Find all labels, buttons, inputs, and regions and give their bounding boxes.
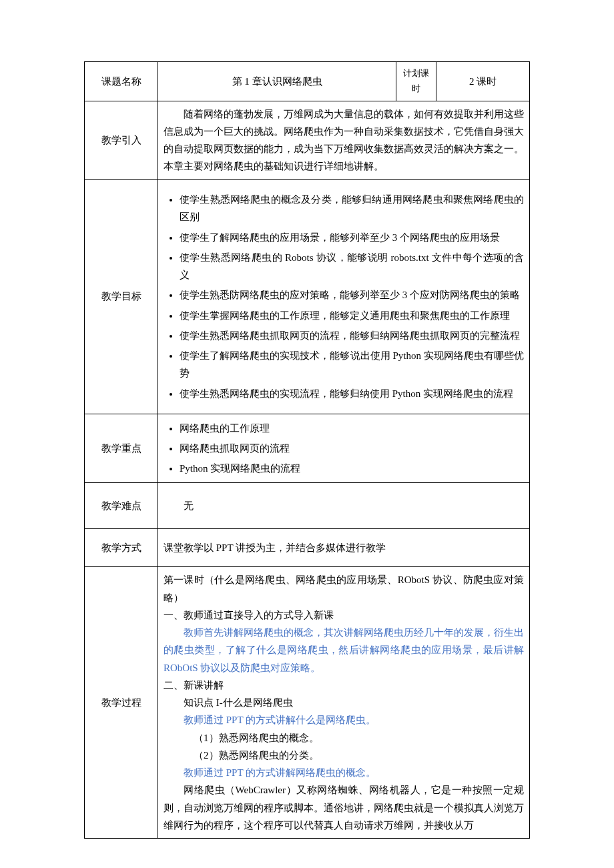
difficulty-label: 教学难点 [85,483,158,529]
list-item: 使学生熟悉网络爬虫的实现流程，能够归纳使用 Python 实现网络爬虫的流程 [180,384,524,404]
document-page: 课题名称 第 1 章认识网络爬虫 计划课时 2 课时 教学引入 随着网络的蓬勃发… [0,0,614,868]
key-content: 网络爬虫的工作原理 网络爬虫抓取网页的流程 Python 实现网络爬虫的流程 [158,414,530,483]
list-item: Python 实现网络爬虫的流程 [180,458,524,478]
goals-content: 使学生熟悉网络爬虫的概念及分类，能够归纳通用网络爬虫和聚焦网络爬虫的区别 使学生… [158,179,530,414]
list-item: 使学生了解网络爬虫的实现技术，能够说出使用 Python 实现网络爬虫有哪些优势 [180,346,524,384]
table-row: 教学目标 使学生熟悉网络爬虫的概念及分类，能够归纳通用网络爬虫和聚焦网络爬虫的区… [85,179,530,414]
process-line: （2）熟悉网络爬虫的分类。 [164,747,524,764]
table-row: 教学方式 课堂教学以 PPT 讲授为主，并结合多媒体进行教学 [85,529,530,567]
process-line-blue: 教师通过 PPT 的方式讲解什么是网络爬虫。 [164,711,524,729]
plan-hours-label: 计划课时 [396,62,436,101]
intro-label: 教学引入 [85,101,158,179]
process-line: （1）熟悉网络爬虫的概念。 [164,729,524,747]
plan-hours-value: 2 课时 [436,62,530,101]
process-label: 教学过程 [85,567,158,839]
intro-text: 随着网络的蓬勃发展，万维网成为大量信息的载体，如何有效提取并利用这些信息成为一个… [164,105,524,175]
key-list: 网络爬虫的工作原理 网络爬虫抓取网页的流程 Python 实现网络爬虫的流程 [164,418,524,479]
difficulty-value: 无 [164,497,524,514]
table-row: 教学重点 网络爬虫的工作原理 网络爬虫抓取网页的流程 Python 实现网络爬虫… [85,414,530,483]
list-item: 使学生熟悉防网络爬虫的应对策略，能够列举至少 3 个应对防网络爬虫的策略 [180,285,524,305]
goals-list: 使学生熟悉网络爬虫的概念及分类，能够归纳通用网络爬虫和聚焦网络爬虫的区别 使学生… [164,189,524,404]
process-line: 一、教师通过直接导入的方式导入新课 [164,606,524,624]
goals-label: 教学目标 [85,179,158,414]
process-content: 第一课时（什么是网络爬虫、网络爬虫的应用场景、RObotS 协议、防爬虫应对策略… [158,567,530,839]
method-label: 教学方式 [85,529,158,567]
difficulty-content: 无 [158,483,530,529]
table-row: 教学引入 随着网络的蓬勃发展，万维网成为大量信息的载体，如何有效提取并利用这些信… [85,101,530,179]
list-item: 使学生熟悉网络爬虫的概念及分类，能够归纳通用网络爬虫和聚焦网络爬虫的区别 [180,189,524,228]
process-line: 网络爬虫（WebCrawler）又称网络蜘蛛、网络机器人，它是一种按照一定规则，… [164,781,524,834]
list-item: 网络爬虫的工作原理 [180,418,524,438]
list-item: 使学生掌握网络爬虫的工作原理，能够定义通用爬虫和聚焦爬虫的工作原理 [180,306,524,326]
list-item: 使学生熟悉网络爬虫的 Robots 协议，能够说明 robots.txt 文件中… [180,248,524,286]
key-label: 教学重点 [85,414,158,483]
process-line: 知识点 I-什么是网络爬虫 [164,694,524,711]
process-line-blue: 教师首先讲解网络爬虫的概念，其次讲解网络爬虫历经几十年的发展，衍生出的爬虫类型，… [164,624,524,677]
method-content: 课堂教学以 PPT 讲授为主，并结合多媒体进行教学 [158,529,530,567]
table-row: 教学过程 第一课时（什么是网络爬虫、网络爬虫的应用场景、RObotS 协议、防爬… [85,567,530,839]
table-row: 课题名称 第 1 章认识网络爬虫 计划课时 2 课时 [85,62,530,101]
topic-label: 课题名称 [85,62,158,101]
intro-content: 随着网络的蓬勃发展，万维网成为大量信息的载体，如何有效提取并利用这些信息成为一个… [158,101,530,179]
process-line-blue: 教师通过 PPT 的方式讲解网络爬虫的概念。 [164,764,524,781]
topic-value: 第 1 章认识网络爬虫 [158,62,396,101]
list-item: 网络爬虫抓取网页的流程 [180,438,524,458]
lesson-plan-table: 课题名称 第 1 章认识网络爬虫 计划课时 2 课时 教学引入 随着网络的蓬勃发… [84,61,530,839]
process-line: 二、新课讲解 [164,677,524,694]
process-line: 第一课时（什么是网络爬虫、网络爬虫的应用场景、RObotS 协议、防爬虫应对策略… [164,571,524,606]
list-item: 使学生熟悉网络爬虫抓取网页的流程，能够归纳网络爬虫抓取网页的完整流程 [180,326,524,346]
list-item: 使学生了解网络爬虫的应用场景，能够列举至少 3 个网络爬虫的应用场景 [180,228,524,248]
table-row: 教学难点 无 [85,483,530,529]
